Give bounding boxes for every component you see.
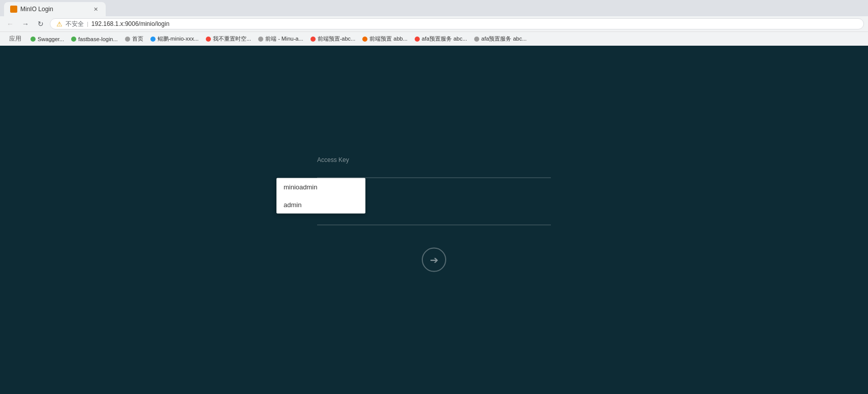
url-separator: | <box>87 21 88 27</box>
bookmarks-bar: 应用 Swagger...fastbase-login...首页鲲鹏-minio… <box>0 31 868 46</box>
bookmark-favicon <box>362 37 367 42</box>
security-warning-icon: ⚠ <box>56 20 63 28</box>
autocomplete-item-minioadmin[interactable]: minioadmin <box>276 178 365 196</box>
browser-chrome: MinIO Login ✕ ← → ↻ ⚠ 不安全 | 192.168.1.x:… <box>0 0 868 31</box>
bookmark-item-4[interactable]: 我不重置时空... <box>203 34 254 44</box>
bookmark-label: afa预置服务 abc... <box>481 35 526 43</box>
access-key-label: Access Key <box>317 156 551 163</box>
secret-key-input[interactable] <box>317 213 551 225</box>
browser-toolbar: ← → ↻ ⚠ 不安全 | 192.168.1.x:9006/minio/log… <box>0 16 868 31</box>
active-tab[interactable]: MinIO Login ✕ <box>4 2 106 16</box>
bookmark-favicon <box>474 37 479 42</box>
bookmark-label: afa预置服务 abc... <box>422 35 467 43</box>
bookmarks-container: Swagger...fastbase-login...首页鲲鹏-minio-xx… <box>27 34 530 44</box>
access-key-group: Access Key minioadmin admin <box>317 156 551 178</box>
reload-button[interactable]: ↻ <box>35 18 47 30</box>
bookmark-favicon <box>206 37 211 42</box>
apps-label[interactable]: 应用 <box>6 34 24 44</box>
browser-tabs: MinIO Login ✕ <box>0 0 868 16</box>
bookmark-favicon <box>71 37 76 42</box>
page-content: Access Key minioadmin admin Secret Key ➔ <box>0 46 868 394</box>
bookmark-label: 前端 - Minu-a... <box>265 35 303 43</box>
autocomplete-dropdown: minioadmin admin <box>276 178 365 214</box>
bookmark-favicon <box>258 37 263 42</box>
bookmark-item-9[interactable]: afa预置服务 abc... <box>471 34 530 44</box>
bookmark-favicon <box>125 37 130 42</box>
bookmark-item-1[interactable]: fastbase-login... <box>68 35 121 43</box>
forward-button[interactable]: → <box>19 18 32 30</box>
login-btn-wrapper: ➔ <box>422 248 446 272</box>
bookmark-label: fastbase-login... <box>78 36 118 42</box>
bookmark-item-6[interactable]: 前端预置-abc... <box>307 34 359 44</box>
bookmark-label: Swagger... <box>38 36 64 42</box>
security-warning-text: 不安全 <box>66 20 84 28</box>
bookmark-item-2[interactable]: 首页 <box>122 34 146 44</box>
login-arrow-icon: ➔ <box>430 254 439 266</box>
bookmark-label: 鲲鹏-minio-xxx... <box>158 35 199 43</box>
tab-title: MinIO Login <box>20 6 88 13</box>
bookmark-item-7[interactable]: 前端预置 abb... <box>359 34 411 44</box>
bookmark-label: 前端预置 abb... <box>369 35 408 43</box>
bookmark-favicon <box>30 37 36 42</box>
url-text: 192.168.1.x:9006/minio/login <box>91 20 169 27</box>
url-bar[interactable]: ⚠ 不安全 | 192.168.1.x:9006/minio/login <box>50 18 864 29</box>
tab-favicon <box>10 6 17 13</box>
back-button[interactable]: ← <box>4 18 16 30</box>
bookmark-label: 前端预置-abc... <box>318 35 356 43</box>
bookmark-label: 我不重置时空... <box>213 35 251 43</box>
bookmark-label: 首页 <box>132 35 143 43</box>
login-button[interactable]: ➔ <box>422 248 446 272</box>
bookmark-item-8[interactable]: afa预置服务 abc... <box>412 34 470 44</box>
bookmark-favicon <box>311 37 316 42</box>
bookmark-item-3[interactable]: 鲲鹏-minio-xxx... <box>147 34 202 44</box>
access-key-input[interactable] <box>317 166 551 178</box>
login-container: Access Key minioadmin admin Secret Key ➔ <box>317 156 551 272</box>
bookmark-favicon <box>150 37 156 42</box>
autocomplete-item-admin[interactable]: admin <box>276 196 365 214</box>
bookmark-item-5[interactable]: 前端 - Minu-a... <box>255 34 306 44</box>
tab-close-button[interactable]: ✕ <box>91 5 100 13</box>
bookmark-favicon <box>415 37 420 42</box>
bookmark-item-0[interactable]: Swagger... <box>27 35 67 43</box>
